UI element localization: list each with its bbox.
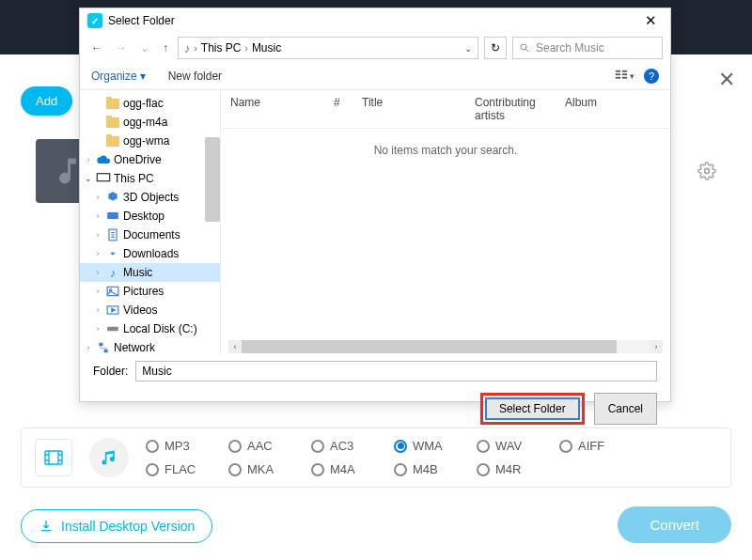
- tree-scrollbar[interactable]: [205, 90, 220, 353]
- convert-button[interactable]: Convert: [618, 506, 731, 543]
- column-contributing[interactable]: Contributing artists: [475, 96, 565, 122]
- caret-icon[interactable]: ›: [93, 211, 102, 221]
- view-mode-button[interactable]: ▾: [615, 70, 634, 83]
- dialog-toolbar: Organize▾ New folder ▾ ?: [80, 63, 670, 90]
- radio-icon: [146, 440, 159, 453]
- tree-item[interactable]: ›Videos: [80, 301, 220, 319]
- tree-item[interactable]: ›Downloads: [80, 244, 220, 263]
- nav-up-icon[interactable]: ↑: [159, 39, 172, 56]
- scroll-left-icon[interactable]: ‹: [228, 340, 242, 353]
- folder-tree: ogg-flacogg-m4aogg-wma›OneDrive⌄This PC›…: [80, 90, 221, 353]
- folder-icon: [105, 97, 120, 110]
- tree-item[interactable]: ogg-wma: [80, 132, 220, 150]
- caret-icon[interactable]: ›: [84, 343, 93, 352]
- format-label: FLAC: [164, 462, 196, 476]
- new-folder-button[interactable]: New folder: [168, 70, 222, 83]
- chevron-down-icon: ▾: [140, 70, 146, 83]
- column-number[interactable]: #: [334, 96, 362, 122]
- tree-item[interactable]: ›Documents: [80, 226, 220, 244]
- format-option[interactable]: M4B: [394, 462, 456, 476]
- organize-menu[interactable]: Organize▾: [91, 70, 146, 83]
- tree-item[interactable]: ogg-m4a: [80, 113, 220, 132]
- format-option[interactable]: FLAC: [146, 462, 208, 476]
- dialog-navbar: ← → ⌄ ↑ ♪ › This PC › Music ⌄ ↻ Search M…: [80, 33, 670, 63]
- nav-recent-icon[interactable]: ⌄: [136, 39, 153, 56]
- empty-message: No items match your search.: [221, 129, 670, 172]
- format-option[interactable]: M4A: [311, 462, 373, 476]
- scroll-right-icon[interactable]: ›: [650, 340, 663, 353]
- format-option[interactable]: M4R: [477, 462, 539, 476]
- file-list: Name # Title Contributing artists Album …: [221, 90, 670, 353]
- folder-input[interactable]: [135, 361, 657, 381]
- format-label: AAC: [247, 439, 273, 453]
- tree-item-label: Videos: [123, 303, 157, 317]
- search-icon: [519, 42, 530, 54]
- tree-item[interactable]: ogg-flac: [80, 94, 220, 113]
- install-desktop-button[interactable]: Install Desktop Version: [21, 509, 212, 543]
- folder-icon: [105, 134, 120, 148]
- format-option[interactable]: AC3: [311, 439, 373, 453]
- tree-item[interactable]: ⌄This PC: [80, 169, 220, 188]
- tree-item[interactable]: ›Pictures: [80, 282, 220, 301]
- horizontal-scrollbar[interactable]: ‹ ›: [228, 340, 663, 353]
- tree-item-label: Pictures: [123, 285, 164, 298]
- caret-icon[interactable]: ›: [93, 305, 102, 315]
- dialog-close-icon[interactable]: ✕: [639, 12, 663, 29]
- highlight-marker: Select Folder: [480, 393, 585, 425]
- column-album[interactable]: Album: [565, 96, 661, 122]
- cancel-button[interactable]: Cancel: [594, 393, 657, 425]
- tree-item-label: Local Disk (C:): [123, 322, 197, 335]
- column-name[interactable]: Name: [230, 96, 334, 122]
- close-icon[interactable]: ✕: [718, 68, 735, 92]
- video-icon[interactable]: [35, 439, 72, 476]
- caret-icon[interactable]: ›: [93, 193, 102, 202]
- format-option[interactable]: WMA: [394, 439, 456, 453]
- tree-item[interactable]: ›3D Objects: [80, 188, 220, 207]
- disk-icon: [105, 322, 120, 335]
- svg-rect-16: [104, 350, 108, 353]
- caret-icon[interactable]: ›: [93, 230, 102, 240]
- format-option[interactable]: MKA: [228, 462, 290, 476]
- gear-icon[interactable]: [697, 162, 716, 184]
- tree-item[interactable]: ›♪Music: [80, 263, 220, 282]
- column-title[interactable]: Title: [362, 96, 475, 122]
- caret-icon[interactable]: ›: [84, 155, 93, 164]
- column-headers: Name # Title Contributing artists Album: [221, 90, 670, 129]
- search-input[interactable]: Search Music: [512, 37, 663, 59]
- install-label: Install Desktop Version: [61, 519, 195, 534]
- caret-icon[interactable]: ›: [93, 268, 102, 277]
- music-icon: ♪: [184, 41, 191, 55]
- tree-item[interactable]: ›Local Disk (C:): [80, 319, 220, 338]
- breadcrumb[interactable]: ♪ › This PC › Music ⌄: [178, 37, 478, 59]
- add-button[interactable]: Add: [21, 86, 72, 116]
- caret-icon[interactable]: ⌄: [84, 174, 93, 183]
- format-option[interactable]: WAV: [477, 439, 539, 453]
- svg-rect-3: [616, 73, 620, 75]
- caret-icon[interactable]: ›: [93, 287, 102, 296]
- downloads-icon: [105, 247, 120, 260]
- audio-icon[interactable]: [89, 438, 129, 477]
- chevron-down-icon[interactable]: ⌄: [464, 43, 472, 54]
- refresh-icon[interactable]: ↻: [484, 37, 507, 59]
- svg-rect-9: [107, 212, 118, 219]
- help-icon[interactable]: ?: [644, 69, 659, 84]
- network-icon: [96, 341, 111, 353]
- format-label: WMA: [413, 439, 443, 453]
- format-option[interactable]: AIFF: [559, 439, 621, 453]
- radio-icon: [477, 440, 490, 453]
- svg-rect-5: [622, 70, 627, 72]
- tree-item[interactable]: ›Desktop: [80, 207, 220, 226]
- tree-item[interactable]: ›Network: [80, 338, 220, 353]
- search-placeholder: Search Music: [536, 41, 604, 54]
- caret-icon[interactable]: ›: [93, 324, 102, 334]
- tree-item[interactable]: ›OneDrive: [80, 150, 220, 169]
- nav-back-icon[interactable]: ←: [87, 39, 106, 56]
- select-folder-button[interactable]: Select Folder: [485, 397, 580, 420]
- format-option[interactable]: AAC: [228, 439, 290, 453]
- format-option[interactable]: MP3: [146, 439, 208, 453]
- radio-icon: [228, 440, 242, 453]
- breadcrumb-current[interactable]: Music: [252, 41, 281, 54]
- tree-item-label: ogg-m4a: [123, 116, 167, 129]
- breadcrumb-root[interactable]: This PC: [201, 41, 242, 54]
- caret-icon[interactable]: ›: [93, 249, 102, 258]
